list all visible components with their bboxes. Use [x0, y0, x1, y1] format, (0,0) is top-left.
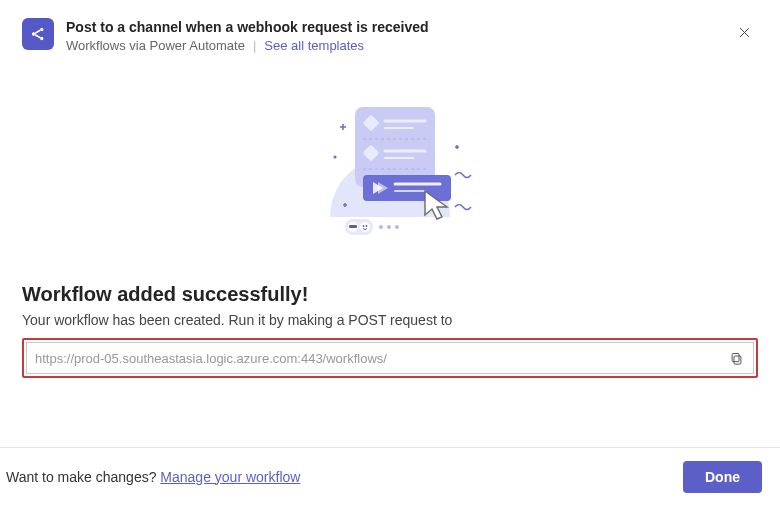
workflow-added-dialog: Post to a channel when a webhook request…: [0, 0, 780, 505]
svg-point-30: [387, 225, 391, 229]
illustration-svg: [285, 87, 495, 247]
svg-point-28: [366, 225, 368, 227]
svg-point-29: [379, 225, 383, 229]
done-button[interactable]: Done: [683, 461, 762, 493]
manage-workflow-link[interactable]: Manage your workflow: [160, 469, 300, 485]
success-heading: Workflow added successfully!: [22, 283, 758, 306]
svg-point-26: [360, 222, 370, 232]
svg-point-31: [395, 225, 399, 229]
success-description: Your workflow has been created. Run it b…: [22, 312, 758, 328]
svg-point-27: [363, 225, 365, 227]
copy-url-button[interactable]: [719, 343, 753, 373]
see-all-templates-link[interactable]: See all templates: [264, 38, 364, 53]
svg-rect-32: [734, 356, 741, 364]
svg-rect-25: [349, 225, 357, 228]
svg-point-1: [40, 28, 43, 31]
svg-point-2: [40, 37, 43, 40]
svg-rect-33: [732, 353, 739, 361]
dialog-subtitle-row: Workflows via Power Automate | See all t…: [66, 38, 730, 53]
header-text-block: Post to a channel when a webhook request…: [66, 18, 730, 53]
dialog-title: Post to a channel when a webhook request…: [66, 18, 730, 36]
subtitle-divider: |: [253, 38, 256, 53]
footer-changes-text: Want to make changes?: [6, 469, 160, 485]
close-button[interactable]: [730, 18, 758, 46]
webhook-url-field-wrapper: [26, 342, 754, 374]
close-icon: [737, 25, 752, 40]
subtitle-text: Workflows via Power Automate: [66, 38, 245, 53]
svg-point-0: [32, 32, 35, 35]
share-icon: [29, 25, 47, 43]
dialog-header: Post to a channel when a webhook request…: [0, 0, 780, 65]
webhook-url-input[interactable]: [27, 351, 719, 366]
svg-line-4: [35, 35, 40, 38]
webhook-url-highlight: [22, 338, 758, 378]
success-illustration: [0, 87, 780, 247]
copy-icon: [729, 351, 744, 366]
footer-text: Want to make changes? Manage your workfl…: [6, 469, 300, 485]
dialog-footer: Want to make changes? Manage your workfl…: [0, 447, 780, 505]
svg-line-3: [35, 30, 40, 33]
svg-point-22: [333, 156, 336, 159]
workflows-app-icon: [22, 18, 54, 50]
dialog-content: Workflow added successfully! Your workfl…: [0, 283, 780, 378]
